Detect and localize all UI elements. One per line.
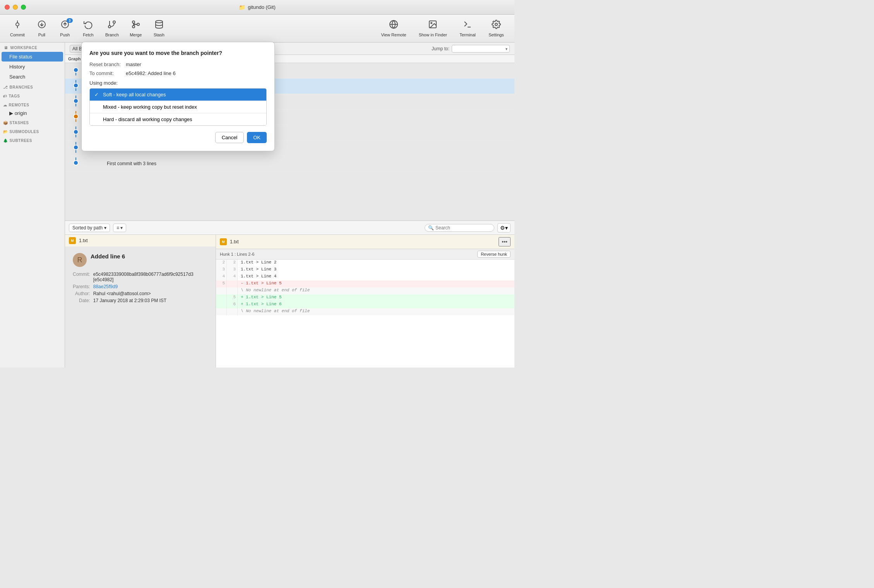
reset-branch-row: Reset branch: master bbox=[89, 62, 267, 67]
dialog-footer: Cancel OK bbox=[89, 132, 267, 143]
to-commit-label: To commit: bbox=[89, 70, 124, 76]
cancel-button[interactable]: Cancel bbox=[215, 132, 244, 143]
dialog-title: Are you sure you want to move the branch… bbox=[89, 50, 267, 56]
option-soft[interactable]: ✓ Soft - keep all local changes bbox=[90, 89, 266, 101]
to-commit-value: e5c4982: Added line 6 bbox=[126, 70, 176, 76]
using-mode-label: Using mode: bbox=[89, 80, 267, 86]
reset-value: master bbox=[126, 62, 141, 67]
modal-overlay: Are you sure you want to move the branch… bbox=[0, 0, 514, 368]
reset-branch-dialog: Are you sure you want to move the branch… bbox=[81, 42, 275, 151]
checkmark-icon: ✓ bbox=[94, 92, 100, 97]
reset-label: Reset branch: bbox=[89, 62, 124, 67]
ok-button[interactable]: OK bbox=[247, 132, 267, 143]
option-mixed[interactable]: Mixed - keep working copy but reset inde… bbox=[90, 101, 266, 113]
mode-dropdown: ✓ Soft - keep all local changes Mixed - … bbox=[89, 88, 267, 126]
option-hard[interactable]: Hard - discard all working copy changes bbox=[90, 113, 266, 125]
to-commit-row: To commit: e5c4982: Added line 6 bbox=[89, 70, 267, 76]
